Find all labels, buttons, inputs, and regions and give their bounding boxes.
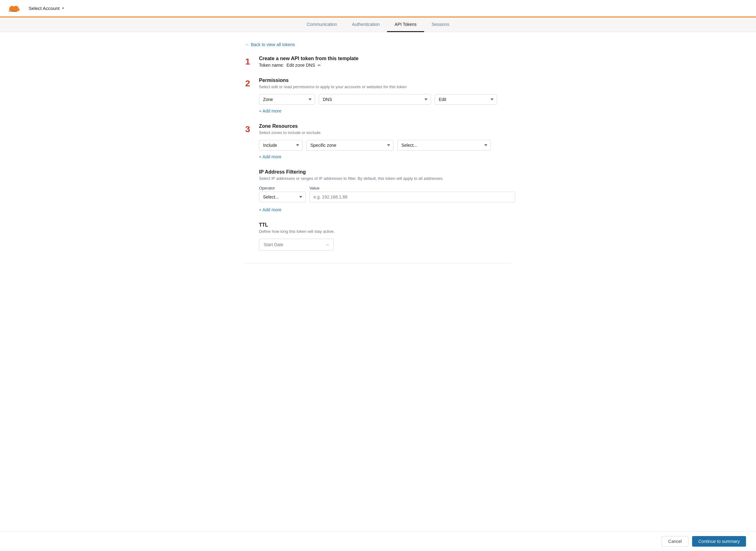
ttl-subtitle: Define how long this token will stay act… <box>259 229 511 234</box>
ip-filtering-section: IP Address Filtering Select IP addresses… <box>259 169 511 212</box>
tab-sessions[interactable]: Sessions <box>424 17 457 32</box>
token-name-value: Edit zone DNS <box>286 63 315 68</box>
ttl-end-date[interactable] <box>332 240 334 249</box>
footer-divider <box>245 263 511 263</box>
step-3-number: 3 <box>245 123 253 159</box>
permissions-row: Zone Account User DNS Firewall Cache Rul… <box>259 94 511 105</box>
zone-value-select[interactable]: Select... <box>397 140 491 150</box>
cloudflare-logo: CLOUDFLARE <box>7 3 21 13</box>
permissions-add-more[interactable]: + Add more <box>259 108 281 113</box>
token-name-row: Token name: Edit zone DNS ✏ <box>259 63 511 68</box>
permission-level-select[interactable]: Edit Read <box>435 94 497 105</box>
ttl-arrow-icon: → <box>322 242 332 247</box>
value-group: Value <box>309 186 515 202</box>
permissions-subtitle: Select edit or read permissions to apply… <box>259 84 511 89</box>
ttl-section: TTL Define how long this token will stay… <box>259 222 511 250</box>
step-1-container: 1 Create a new API token from this templ… <box>245 56 511 68</box>
tab-authentication[interactable]: Authentication <box>345 17 388 32</box>
svg-text:CLOUDFLARE: CLOUDFLARE <box>9 11 17 12</box>
step-2-number: 2 <box>245 78 253 113</box>
ip-filtering-title: IP Address Filtering <box>259 169 511 175</box>
account-selector-label: Select Account <box>29 6 59 11</box>
step-3-content: Zone Resources Select zones to include o… <box>259 123 511 159</box>
token-name-label: Token name: <box>259 63 284 68</box>
ip-filter-row: Operator Select... Is in Is not in Value <box>259 186 511 202</box>
operator-label: Operator <box>259 186 306 190</box>
back-link[interactable]: ← Back to view all tokens <box>245 42 295 47</box>
step-2-container: 2 Permissions Select edit or read permis… <box>245 78 511 113</box>
token-name-edit-icon[interactable]: ✏ <box>317 63 321 68</box>
main-content: ← Back to view all tokens 1 Create a new… <box>238 32 518 301</box>
main-nav: Communication Authentication API Tokens … <box>0 17 756 32</box>
zone-resources-row: Include Exclude Specific zone All zones … <box>259 140 511 150</box>
permission-type-select[interactable]: DNS Firewall Cache Rules SSL/TLS <box>319 94 431 105</box>
ip-filtering-add-more[interactable]: + Add more <box>259 207 281 212</box>
step-1-number: 1 <box>245 56 253 68</box>
zone-resources-title: Zone Resources <box>259 123 511 129</box>
operator-group: Operator Select... Is in Is not in <box>259 186 306 202</box>
tab-communication[interactable]: Communication <box>299 17 344 32</box>
account-selector-chevron: ▼ <box>61 7 64 10</box>
tab-api-tokens[interactable]: API Tokens <box>387 17 424 32</box>
zone-scope-select[interactable]: Specific zone All zones <box>306 140 394 150</box>
step-1-title: Create a new API token from this templat… <box>259 56 511 61</box>
operator-select[interactable]: Select... Is in Is not in <box>259 192 306 202</box>
zone-resources-add-more[interactable]: + Add more <box>259 154 281 159</box>
step-1-content: Create a new API token from this templat… <box>259 56 511 68</box>
ttl-date-row: → <box>259 239 334 250</box>
value-label: Value <box>309 186 515 190</box>
logo-area: CLOUDFLARE <box>7 3 21 13</box>
zone-filter-select[interactable]: Include Exclude <box>259 140 302 150</box>
account-selector[interactable]: Select Account ▼ <box>29 6 64 11</box>
permission-category-select[interactable]: Zone Account User <box>259 94 315 105</box>
ip-value-input[interactable] <box>309 192 515 202</box>
step-3-container: 3 Zone Resources Select zones to include… <box>245 123 511 159</box>
ttl-start-date[interactable] <box>259 240 322 249</box>
top-bar: CLOUDFLARE Select Account ▼ <box>0 0 756 17</box>
zone-resources-subtitle: Select zones to include or exclude. <box>259 130 511 135</box>
permissions-title: Permissions <box>259 78 511 83</box>
svg-point-2 <box>13 6 18 10</box>
ip-filtering-subtitle: Select IP addresses or ranges of IP addr… <box>259 176 511 181</box>
step-2-content: Permissions Select edit or read permissi… <box>259 78 511 113</box>
ttl-title: TTL <box>259 222 511 228</box>
